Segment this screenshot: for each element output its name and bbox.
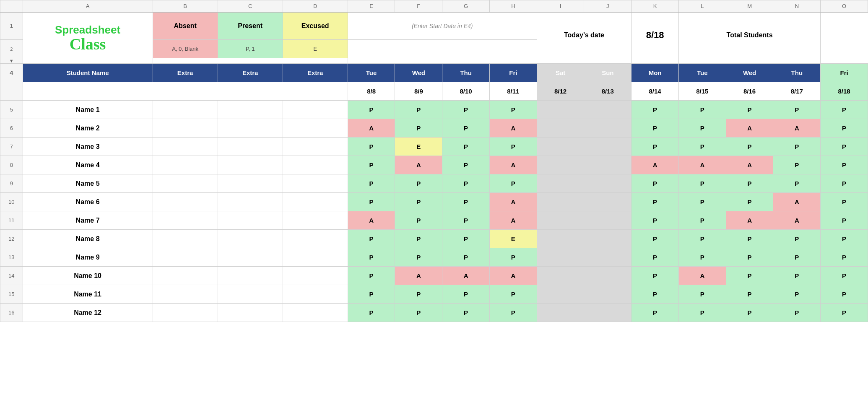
- extra-cell[interactable]: [153, 267, 218, 285]
- attendance-cell[interactable]: P: [632, 101, 679, 119]
- attendance-cell[interactable]: P: [348, 156, 395, 174]
- attendance-cell[interactable]: [584, 211, 632, 230]
- attendance-cell[interactable]: P: [442, 174, 490, 193]
- attendance-cell[interactable]: [584, 101, 632, 119]
- attendance-cell[interactable]: [537, 101, 584, 119]
- extra-cell[interactable]: [153, 285, 218, 304]
- attendance-cell[interactable]: P: [395, 211, 442, 230]
- student-name[interactable]: Name 1: [23, 101, 153, 119]
- attendance-cell[interactable]: P: [726, 304, 773, 322]
- attendance-cell[interactable]: P: [632, 285, 679, 304]
- attendance-cell[interactable]: P: [773, 248, 821, 267]
- attendance-cell[interactable]: P: [773, 138, 821, 156]
- attendance-cell[interactable]: A: [678, 267, 726, 285]
- attendance-cell[interactable]: A: [348, 211, 395, 230]
- attendance-cell[interactable]: P: [773, 285, 821, 304]
- attendance-cell[interactable]: P: [442, 230, 490, 248]
- attendance-cell[interactable]: P: [773, 230, 821, 248]
- attendance-cell[interactable]: P: [489, 174, 537, 193]
- attendance-cell[interactable]: P: [632, 230, 679, 248]
- attendance-cell[interactable]: P: [348, 101, 395, 119]
- attendance-cell[interactable]: P: [395, 119, 442, 138]
- extra-cell[interactable]: [218, 119, 283, 138]
- extra-cell[interactable]: [283, 174, 348, 193]
- attendance-cell[interactable]: [584, 248, 632, 267]
- attendance-cell[interactable]: P: [773, 101, 821, 119]
- extra-cell[interactable]: [218, 248, 283, 267]
- attendance-cell[interactable]: P: [678, 230, 726, 248]
- student-name[interactable]: Name 11: [23, 285, 153, 304]
- extra-cell[interactable]: [283, 267, 348, 285]
- attendance-cell[interactable]: P: [632, 174, 679, 193]
- attendance-cell[interactable]: P: [773, 174, 821, 193]
- attendance-cell[interactable]: P: [726, 174, 773, 193]
- attendance-cell[interactable]: P: [821, 156, 868, 174]
- attendance-cell[interactable]: P: [442, 101, 490, 119]
- attendance-cell[interactable]: A: [395, 156, 442, 174]
- attendance-cell[interactable]: P: [489, 304, 537, 322]
- attendance-cell[interactable]: P: [821, 174, 868, 193]
- extra-cell[interactable]: [153, 304, 218, 322]
- attendance-cell[interactable]: P: [678, 193, 726, 211]
- attendance-cell[interactable]: [537, 193, 584, 211]
- attendance-cell[interactable]: P: [348, 248, 395, 267]
- attendance-cell[interactable]: P: [821, 304, 868, 322]
- attendance-cell[interactable]: P: [678, 304, 726, 322]
- attendance-cell[interactable]: P: [678, 101, 726, 119]
- student-name[interactable]: Name 4: [23, 156, 153, 174]
- attendance-cell[interactable]: P: [821, 248, 868, 267]
- extra-cell[interactable]: [218, 101, 283, 119]
- student-name[interactable]: Name 3: [23, 138, 153, 156]
- attendance-cell[interactable]: A: [726, 156, 773, 174]
- extra-cell[interactable]: [218, 174, 283, 193]
- attendance-cell[interactable]: P: [632, 119, 679, 138]
- attendance-cell[interactable]: P: [395, 304, 442, 322]
- attendance-cell[interactable]: P: [632, 138, 679, 156]
- attendance-cell[interactable]: [537, 304, 584, 322]
- attendance-cell[interactable]: P: [348, 174, 395, 193]
- attendance-cell[interactable]: P: [442, 248, 490, 267]
- attendance-cell[interactable]: [537, 285, 584, 304]
- extra-cell[interactable]: [153, 230, 218, 248]
- extra-cell[interactable]: [218, 304, 283, 322]
- attendance-cell[interactable]: [584, 193, 632, 211]
- attendance-cell[interactable]: P: [632, 193, 679, 211]
- attendance-cell[interactable]: P: [395, 101, 442, 119]
- attendance-cell[interactable]: P: [442, 119, 490, 138]
- extra-cell[interactable]: [283, 138, 348, 156]
- extra-cell[interactable]: [153, 211, 218, 230]
- extra-cell[interactable]: [153, 119, 218, 138]
- student-name[interactable]: Name 10: [23, 267, 153, 285]
- attendance-cell[interactable]: [584, 267, 632, 285]
- attendance-cell[interactable]: P: [821, 230, 868, 248]
- student-name[interactable]: Name 7: [23, 211, 153, 230]
- attendance-cell[interactable]: P: [632, 248, 679, 267]
- attendance-cell[interactable]: P: [348, 230, 395, 248]
- attendance-cell[interactable]: A: [773, 119, 821, 138]
- extra-cell[interactable]: [153, 174, 218, 193]
- attendance-cell[interactable]: P: [821, 193, 868, 211]
- attendance-cell[interactable]: P: [348, 285, 395, 304]
- attendance-cell[interactable]: P: [632, 211, 679, 230]
- attendance-cell[interactable]: P: [726, 230, 773, 248]
- attendance-cell[interactable]: A: [773, 211, 821, 230]
- attendance-cell[interactable]: P: [442, 285, 490, 304]
- attendance-cell[interactable]: P: [773, 267, 821, 285]
- attendance-cell[interactable]: P: [632, 304, 679, 322]
- attendance-cell[interactable]: P: [489, 138, 537, 156]
- attendance-cell[interactable]: [584, 304, 632, 322]
- attendance-cell[interactable]: [537, 174, 584, 193]
- attendance-cell[interactable]: E: [395, 138, 442, 156]
- attendance-cell[interactable]: P: [821, 119, 868, 138]
- extra-cell[interactable]: [283, 119, 348, 138]
- attendance-cell[interactable]: [584, 174, 632, 193]
- attendance-cell[interactable]: [584, 156, 632, 174]
- extra-cell[interactable]: [218, 267, 283, 285]
- attendance-cell[interactable]: [537, 248, 584, 267]
- attendance-cell[interactable]: A: [442, 267, 490, 285]
- attendance-cell[interactable]: A: [773, 193, 821, 211]
- attendance-cell[interactable]: P: [821, 267, 868, 285]
- attendance-cell[interactable]: P: [489, 248, 537, 267]
- attendance-cell[interactable]: P: [678, 248, 726, 267]
- attendance-cell[interactable]: P: [489, 101, 537, 119]
